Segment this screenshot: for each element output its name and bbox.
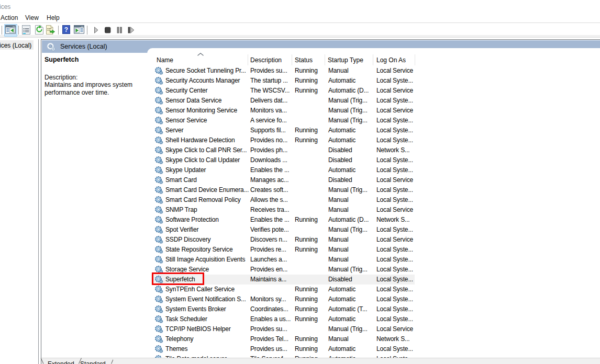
svg-text:?: ?	[64, 26, 68, 33]
